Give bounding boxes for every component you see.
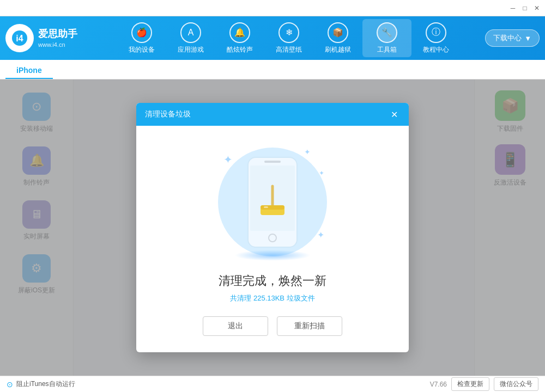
wallpapers-icon: ❄ xyxy=(278,22,299,43)
modal-title: 清理设备垃圾 xyxy=(145,109,191,119)
tab-iphone[interactable]: iPhone xyxy=(5,63,53,79)
tabbar: iPhone xyxy=(0,60,545,79)
toolbox-icon: 🔧 xyxy=(377,22,397,43)
apps-icon: A xyxy=(180,22,201,43)
nav-items: 🍎我的设备A应用游戏🔔酷炫铃声❄高清壁纸📦刷机越狱🔧工具箱ⓘ教程中心 xyxy=(93,19,485,57)
nav-item-toolbox[interactable]: 🔧工具箱 xyxy=(362,19,411,57)
statusbar-right: V7.66 检查更新 微信公众号 xyxy=(430,377,538,391)
nav-label-wallpapers: 高清壁纸 xyxy=(276,45,302,54)
nav-item-ringtones[interactable]: 🔔酷炫铃声 xyxy=(215,19,264,57)
nav-item-tutorials[interactable]: ⓘ教程中心 xyxy=(411,19,461,57)
logo-icon: i4 xyxy=(5,24,34,52)
nav-label-apps: 应用游戏 xyxy=(178,45,204,54)
logo-text: 爱思助手 www.i4.cn xyxy=(38,27,77,50)
statusbar: ⊙ 阻止iTunes自动运行 V7.66 检查更新 微信公众号 xyxy=(0,376,545,392)
svg-rect-5 xyxy=(264,161,281,163)
jailbreak-icon: 📦 xyxy=(328,22,348,43)
svg-rect-9 xyxy=(264,206,268,208)
modal-overlay: 清理设备垃圾 ✕ ✦ ✦ ✦ ✦ xyxy=(0,79,545,376)
maximize-button[interactable]: □ xyxy=(519,2,531,14)
my-device-icon: 🍎 xyxy=(131,22,152,43)
sparkle-icon-4: ✦ xyxy=(319,169,324,177)
logo-area: i4 爱思助手 www.i4.cn xyxy=(5,24,82,52)
modal-close-button[interactable]: ✕ xyxy=(388,108,400,120)
nav-label-my-device: 我的设备 xyxy=(129,45,155,54)
nav-label-tutorials: 教程中心 xyxy=(423,45,449,54)
itunes-icon: ⊙ xyxy=(7,380,13,389)
version-label: V7.66 xyxy=(430,381,447,388)
nav-label-toolbox: 工具箱 xyxy=(377,45,397,54)
download-center-button[interactable]: 下载中心 ▼ xyxy=(485,29,540,47)
modal-body: ✦ ✦ ✦ ✦ xyxy=(136,126,409,352)
nav-label-jailbreak: 刷机越狱 xyxy=(325,45,351,54)
modal-header: 清理设备垃圾 ✕ xyxy=(136,103,409,126)
check-update-button[interactable]: 检查更新 xyxy=(451,377,489,391)
exit-button[interactable]: 退出 xyxy=(203,316,268,336)
ringtones-icon: 🔔 xyxy=(229,22,250,43)
phone-svg xyxy=(243,155,302,250)
cleanup-modal: 清理设备垃圾 ✕ ✦ ✦ ✦ ✦ xyxy=(136,103,409,352)
main-content: ⊙安装移动端🔔制作铃声🖥实时屏幕⚙屏蔽iOS更新 📦下载固件📱反激活设备 清理设… xyxy=(0,79,545,376)
close-button[interactable]: ✕ xyxy=(531,2,543,14)
modal-result-sub: 共清理 225.13KB 垃圾文件 xyxy=(230,293,314,303)
wechat-button[interactable]: 微信公众号 xyxy=(494,377,538,391)
nav-item-apps[interactable]: A应用游戏 xyxy=(166,19,215,57)
nav-label-ringtones: 酷炫铃声 xyxy=(227,45,253,54)
sparkle-icon-1: ✦ xyxy=(223,153,233,166)
modal-result-title: 清理完成，焕然一新 xyxy=(219,273,326,289)
phone-illustration: ✦ ✦ ✦ ✦ xyxy=(213,142,332,262)
sparkle-icon-3: ✦ xyxy=(317,230,324,240)
rescan-button[interactable]: 重新扫描 xyxy=(277,316,342,336)
titlebar: ─ □ ✕ xyxy=(0,0,545,16)
svg-text:i4: i4 xyxy=(16,34,23,43)
modal-buttons: 退出 重新扫描 xyxy=(203,316,342,336)
nav-item-wallpapers[interactable]: ❄高清壁纸 xyxy=(264,19,313,57)
header: i4 爱思助手 www.i4.cn 🍎我的设备A应用游戏🔔酷炫铃声❄高清壁纸📦刷… xyxy=(0,16,545,60)
nav-item-my-device[interactable]: 🍎我的设备 xyxy=(117,19,166,57)
minimize-button[interactable]: ─ xyxy=(507,2,519,14)
cleanup-size: 225.13KB xyxy=(253,294,284,302)
statusbar-text: 阻止iTunes自动运行 xyxy=(16,379,75,389)
statusbar-left: ⊙ 阻止iTunes自动运行 xyxy=(7,379,430,389)
nav-item-jailbreak[interactable]: 📦刷机越狱 xyxy=(313,19,362,57)
tutorials-icon: ⓘ xyxy=(426,22,446,43)
sparkle-icon-2: ✦ xyxy=(304,148,311,156)
